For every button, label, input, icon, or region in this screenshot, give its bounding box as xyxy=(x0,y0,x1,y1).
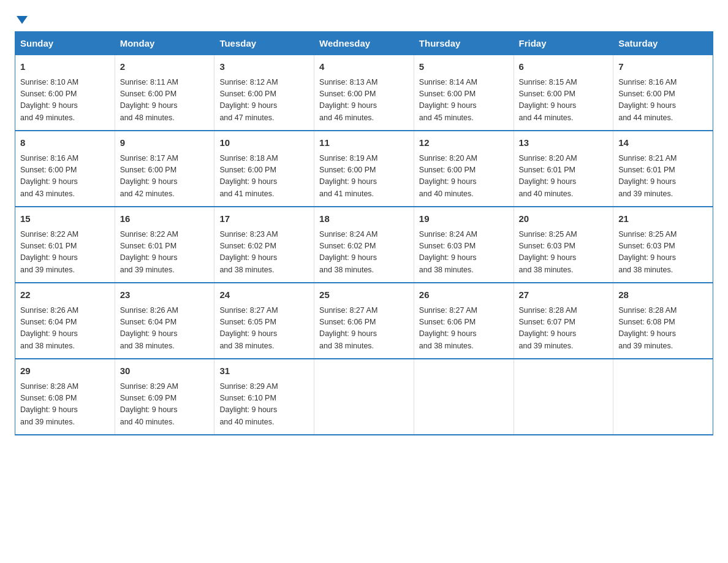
calendar-cell: 4Sunrise: 8:13 AMSunset: 6:00 PMDaylight… xyxy=(314,55,414,131)
day-info: Sunrise: 8:21 AMSunset: 6:01 PMDaylight:… xyxy=(618,153,708,201)
calendar-cell: 26Sunrise: 8:27 AMSunset: 6:06 PMDayligh… xyxy=(414,283,514,359)
day-info: Sunrise: 8:25 AMSunset: 6:03 PMDaylight:… xyxy=(618,229,708,277)
day-header-sunday: Sunday xyxy=(15,32,115,55)
day-info: Sunrise: 8:28 AMSunset: 6:08 PMDaylight:… xyxy=(618,305,708,353)
calendar-cell: 22Sunrise: 8:26 AMSunset: 6:04 PMDayligh… xyxy=(15,283,115,359)
day-number: 26 xyxy=(419,288,509,302)
day-header-saturday: Saturday xyxy=(613,32,713,55)
day-header-friday: Friday xyxy=(514,32,613,55)
logo-triangle-icon xyxy=(17,16,28,24)
calendar-cell: 5Sunrise: 8:14 AMSunset: 6:00 PMDaylight… xyxy=(414,55,514,131)
day-info: Sunrise: 8:14 AMSunset: 6:00 PMDaylight:… xyxy=(419,77,509,124)
calendar-cell: 9Sunrise: 8:17 AMSunset: 6:00 PMDaylight… xyxy=(115,131,214,207)
day-header-tuesday: Tuesday xyxy=(214,32,314,55)
day-number: 27 xyxy=(519,288,609,302)
day-info: Sunrise: 8:20 AMSunset: 6:01 PMDaylight:… xyxy=(519,153,609,201)
day-info: Sunrise: 8:25 AMSunset: 6:03 PMDaylight:… xyxy=(519,229,609,277)
calendar-week-row: 1Sunrise: 8:10 AMSunset: 6:00 PMDaylight… xyxy=(15,55,713,131)
day-info: Sunrise: 8:24 AMSunset: 6:03 PMDaylight:… xyxy=(419,229,509,277)
calendar-cell: 20Sunrise: 8:25 AMSunset: 6:03 PMDayligh… xyxy=(514,207,613,283)
calendar-cell: 25Sunrise: 8:27 AMSunset: 6:06 PMDayligh… xyxy=(314,283,414,359)
calendar-cell xyxy=(514,359,613,435)
day-info: Sunrise: 8:27 AMSunset: 6:06 PMDaylight:… xyxy=(319,305,409,353)
calendar-header-row: SundayMondayTuesdayWednesdayThursdayFrid… xyxy=(15,32,713,55)
calendar-cell xyxy=(314,359,414,435)
calendar-cell: 14Sunrise: 8:21 AMSunset: 6:01 PMDayligh… xyxy=(613,131,713,207)
day-info: Sunrise: 8:16 AMSunset: 6:00 PMDaylight:… xyxy=(618,77,708,124)
day-info: Sunrise: 8:29 AMSunset: 6:10 PMDaylight:… xyxy=(219,381,309,429)
day-info: Sunrise: 8:10 AMSunset: 6:00 PMDaylight:… xyxy=(20,77,110,124)
day-number: 15 xyxy=(20,212,110,226)
calendar-cell: 11Sunrise: 8:19 AMSunset: 6:00 PMDayligh… xyxy=(314,131,414,207)
day-info: Sunrise: 8:27 AMSunset: 6:05 PMDaylight:… xyxy=(219,305,309,353)
day-number: 4 xyxy=(319,60,409,74)
calendar-cell: 1Sunrise: 8:10 AMSunset: 6:00 PMDaylight… xyxy=(15,55,115,131)
day-number: 24 xyxy=(219,288,309,302)
day-number: 17 xyxy=(219,212,309,226)
calendar-cell: 21Sunrise: 8:25 AMSunset: 6:03 PMDayligh… xyxy=(613,207,713,283)
page-header xyxy=(15,15,713,21)
day-number: 22 xyxy=(20,288,110,302)
calendar-cell: 12Sunrise: 8:20 AMSunset: 6:00 PMDayligh… xyxy=(414,131,514,207)
calendar-cell: 27Sunrise: 8:28 AMSunset: 6:07 PMDayligh… xyxy=(514,283,613,359)
day-header-thursday: Thursday xyxy=(414,32,514,55)
day-number: 7 xyxy=(618,60,708,74)
calendar-cell: 23Sunrise: 8:26 AMSunset: 6:04 PMDayligh… xyxy=(115,283,214,359)
day-info: Sunrise: 8:29 AMSunset: 6:09 PMDaylight:… xyxy=(120,381,210,429)
calendar-cell: 8Sunrise: 8:16 AMSunset: 6:00 PMDaylight… xyxy=(15,131,115,207)
day-info: Sunrise: 8:23 AMSunset: 6:02 PMDaylight:… xyxy=(219,229,309,277)
day-number: 31 xyxy=(219,364,309,378)
calendar-week-row: 29Sunrise: 8:28 AMSunset: 6:08 PMDayligh… xyxy=(15,359,713,435)
day-info: Sunrise: 8:22 AMSunset: 6:01 PMDaylight:… xyxy=(20,229,110,277)
calendar-cell xyxy=(414,359,514,435)
day-info: Sunrise: 8:17 AMSunset: 6:00 PMDaylight:… xyxy=(120,153,210,201)
day-number: 20 xyxy=(519,212,609,226)
day-info: Sunrise: 8:27 AMSunset: 6:06 PMDaylight:… xyxy=(419,305,509,353)
day-info: Sunrise: 8:19 AMSunset: 6:00 PMDaylight:… xyxy=(319,153,409,201)
day-info: Sunrise: 8:20 AMSunset: 6:00 PMDaylight:… xyxy=(419,153,509,201)
day-number: 12 xyxy=(419,136,509,150)
calendar-cell: 31Sunrise: 8:29 AMSunset: 6:10 PMDayligh… xyxy=(214,359,314,435)
day-number: 16 xyxy=(120,212,210,226)
day-info: Sunrise: 8:26 AMSunset: 6:04 PMDaylight:… xyxy=(20,305,110,353)
calendar-cell: 19Sunrise: 8:24 AMSunset: 6:03 PMDayligh… xyxy=(414,207,514,283)
calendar-week-row: 15Sunrise: 8:22 AMSunset: 6:01 PMDayligh… xyxy=(15,207,713,283)
logo xyxy=(15,15,31,21)
day-number: 6 xyxy=(519,60,609,74)
day-number: 13 xyxy=(519,136,609,150)
day-number: 28 xyxy=(618,288,708,302)
calendar-cell: 15Sunrise: 8:22 AMSunset: 6:01 PMDayligh… xyxy=(15,207,115,283)
day-info: Sunrise: 8:11 AMSunset: 6:00 PMDaylight:… xyxy=(120,77,210,124)
day-number: 21 xyxy=(618,212,708,226)
day-number: 11 xyxy=(319,136,409,150)
day-number: 1 xyxy=(20,60,110,74)
day-header-wednesday: Wednesday xyxy=(314,32,414,55)
day-info: Sunrise: 8:16 AMSunset: 6:00 PMDaylight:… xyxy=(20,153,110,201)
day-number: 14 xyxy=(618,136,708,150)
calendar-cell: 29Sunrise: 8:28 AMSunset: 6:08 PMDayligh… xyxy=(15,359,115,435)
calendar-cell: 28Sunrise: 8:28 AMSunset: 6:08 PMDayligh… xyxy=(613,283,713,359)
calendar-cell: 10Sunrise: 8:18 AMSunset: 6:00 PMDayligh… xyxy=(214,131,314,207)
calendar-cell: 18Sunrise: 8:24 AMSunset: 6:02 PMDayligh… xyxy=(314,207,414,283)
day-number: 5 xyxy=(419,60,509,74)
calendar-cell xyxy=(613,359,713,435)
day-header-monday: Monday xyxy=(115,32,214,55)
calendar-week-row: 8Sunrise: 8:16 AMSunset: 6:00 PMDaylight… xyxy=(15,131,713,207)
calendar-cell: 17Sunrise: 8:23 AMSunset: 6:02 PMDayligh… xyxy=(214,207,314,283)
day-info: Sunrise: 8:15 AMSunset: 6:00 PMDaylight:… xyxy=(519,77,609,124)
calendar-cell: 7Sunrise: 8:16 AMSunset: 6:00 PMDaylight… xyxy=(613,55,713,131)
day-number: 18 xyxy=(319,212,409,226)
day-info: Sunrise: 8:22 AMSunset: 6:01 PMDaylight:… xyxy=(120,229,210,277)
day-number: 19 xyxy=(419,212,509,226)
day-number: 10 xyxy=(219,136,309,150)
day-number: 25 xyxy=(319,288,409,302)
calendar-cell: 13Sunrise: 8:20 AMSunset: 6:01 PMDayligh… xyxy=(514,131,613,207)
day-number: 8 xyxy=(20,136,110,150)
day-number: 2 xyxy=(120,60,210,74)
calendar-week-row: 22Sunrise: 8:26 AMSunset: 6:04 PMDayligh… xyxy=(15,283,713,359)
day-number: 30 xyxy=(120,364,210,378)
day-info: Sunrise: 8:12 AMSunset: 6:00 PMDaylight:… xyxy=(219,77,309,124)
calendar-cell: 30Sunrise: 8:29 AMSunset: 6:09 PMDayligh… xyxy=(115,359,214,435)
day-number: 9 xyxy=(120,136,210,150)
day-info: Sunrise: 8:26 AMSunset: 6:04 PMDaylight:… xyxy=(120,305,210,353)
